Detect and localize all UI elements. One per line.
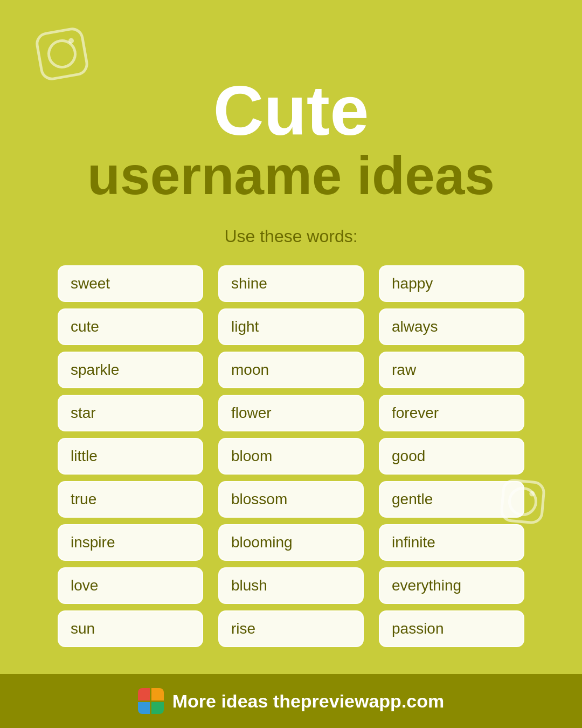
word-column-2: shinelightmoonflowerbloomblossomblooming… (218, 265, 364, 647)
word-pill: sweet (58, 265, 203, 302)
word-pill: flower (218, 395, 364, 431)
preview-app-icon (138, 688, 164, 714)
footer-text: More ideas thepreviewapp.com (172, 691, 445, 712)
main-content: Cute username ideas Use these words: swe… (0, 0, 582, 674)
word-pill: rise (218, 610, 364, 647)
word-pill: blossom (218, 481, 364, 518)
word-pill: raw (379, 352, 524, 388)
title-line2: username ideas (87, 146, 495, 205)
icon-red (138, 688, 150, 700)
instagram-icon-right (500, 478, 546, 525)
word-pill: inspire (58, 524, 203, 561)
word-pill: little (58, 438, 203, 475)
word-pill: true (58, 481, 203, 518)
word-pill: star (58, 395, 203, 431)
title-line1: Cute (213, 75, 369, 146)
word-pill: passion (379, 610, 524, 647)
word-pill: blush (218, 567, 364, 604)
word-pill: sun (58, 610, 203, 647)
word-pill: light (218, 308, 364, 345)
footer: More ideas thepreviewapp.com (0, 674, 582, 728)
icon-green (151, 702, 164, 715)
word-pill: sparkle (58, 352, 203, 388)
word-pill: bloom (218, 438, 364, 475)
word-pill: love (58, 567, 203, 604)
word-column-3: happyalwaysrawforevergoodgentleinfinitee… (379, 265, 524, 647)
icon-blue (138, 702, 150, 715)
word-pill: everything (379, 567, 524, 604)
words-grid: sweetcutesparklestarlittletrueinspirelov… (43, 265, 539, 647)
word-pill: shine (218, 265, 364, 302)
word-pill: cute (58, 308, 203, 345)
word-pill: moon (218, 352, 364, 388)
word-pill: always (379, 308, 524, 345)
icon-orange (151, 688, 164, 700)
instagram-icon-topleft (34, 26, 90, 82)
word-pill: good (379, 438, 524, 475)
subtitle-text: Use these words: (224, 226, 357, 246)
word-pill: forever (379, 395, 524, 431)
word-pill: infinite (379, 524, 524, 561)
word-pill: happy (379, 265, 524, 302)
word-column-1: sweetcutesparklestarlittletrueinspirelov… (58, 265, 203, 647)
word-pill: blooming (218, 524, 364, 561)
